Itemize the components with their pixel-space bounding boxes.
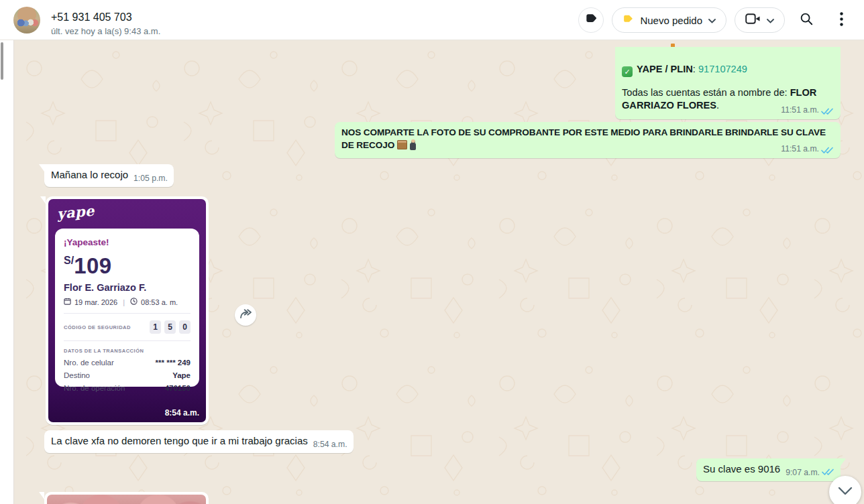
image-message-time: 8:54 a.m.: [165, 408, 199, 418]
receipt-date: 19 mar. 2026: [74, 298, 117, 306]
bubble-tail: [40, 196, 46, 204]
message-clave-reply[interactable]: Su clave es 90169:07 a.m.: [696, 458, 841, 481]
bubble-tail: [39, 492, 44, 499]
message-time: 11:51 a.m.: [781, 143, 819, 154]
chat-list-panel-edge: [0, 40, 14, 504]
transaction-row: Nro. de celular *** *** 249: [64, 359, 191, 367]
receipt-hour: 08:53 a. m.: [141, 298, 178, 306]
chevron-down-icon: [767, 14, 774, 26]
conversation-panel: ✓YAPE / PLIN: 917107249 Todas las cuenta…: [14, 40, 864, 504]
message-text: .: [716, 100, 719, 111]
double-check-icon: [822, 466, 834, 475]
digit-box: 1: [150, 320, 161, 334]
package-emoji: [397, 140, 407, 149]
message-time: 1:05 p.m.: [133, 173, 168, 184]
transaction-data-label: DATOS DE LA TRANSACCIÓN: [64, 348, 191, 354]
receipt-datetime: 19 mar. 2026 | 08:53 a. m.: [64, 298, 191, 306]
tag-icon: [584, 12, 598, 28]
chevron-down-icon: [838, 486, 853, 498]
receipt-recipient: Flor E. Garriazo F.: [64, 282, 191, 293]
contact-info[interactable]: +51 931 405 703 últ. vez hoy a la(s) 9:4…: [51, 11, 160, 36]
row-label: Nro. de celular: [64, 359, 114, 367]
forward-arrows-icon: [239, 308, 252, 322]
search-button[interactable]: [793, 7, 820, 34]
phone-number-link[interactable]: 917107249: [698, 64, 747, 74]
yape-logo: yape: [56, 202, 95, 223]
menu-button[interactable]: [828, 7, 855, 34]
security-code-digits: 1 5 0: [150, 320, 191, 334]
currency-symbol: S/: [64, 255, 74, 266]
chat-header: +51 931 405 703 últ. vez hoy a la(s) 9:4…: [0, 0, 864, 40]
order-status-label: Nuevo pedido: [640, 15, 702, 26]
bubble-tail: [39, 164, 44, 172]
chat-list-scrollbar-thumb[interactable]: [1, 42, 3, 80]
chevron-down-icon: [708, 14, 716, 26]
divider: [64, 340, 191, 341]
flower-photo: [47, 495, 206, 504]
transaction-row: Destino Yape: [64, 371, 191, 379]
last-seen-status: últ. vez hoy a la(s) 9:43 a.m.: [51, 26, 160, 36]
bubble-tail: [841, 458, 846, 466]
search-icon: [799, 11, 814, 29]
amount-value: 109: [74, 253, 112, 278]
message-text: La clave xfa no demoren tengo que ir a m…: [51, 435, 308, 446]
message-time: 11:51 a.m.: [781, 105, 819, 115]
message-text: Todas las cuentas están a nombre de:: [622, 87, 790, 98]
message-text: :: [693, 64, 698, 74]
message-recojo-instructions[interactable]: NOS COMPARTE LA FOTO DE SU COMPROBANTE P…: [335, 122, 841, 158]
contact-phone-title: +51 931 405 703: [51, 11, 160, 24]
row-value: Yape: [172, 371, 191, 379]
video-call-button[interactable]: [735, 7, 785, 33]
labels-button[interactable]: [578, 7, 604, 33]
person-standing-emoji: [410, 139, 416, 150]
security-code-label: CÓDIGO DE SEGURIDAD: [64, 324, 131, 330]
digit-box: 5: [164, 320, 176, 334]
message-clave-request[interactable]: La clave xfa no demoren tengo que ir a m…: [44, 430, 354, 453]
kebab-menu-icon: [840, 12, 843, 29]
message-flower-image[interactable]: [44, 492, 209, 504]
whatsapp-chat-window: +51 931 405 703 últ. vez hoy a la(s) 9:4…: [0, 0, 864, 504]
tag-icon-yellow: [623, 13, 634, 27]
receipt-amount: S/109: [64, 253, 191, 279]
forward-message-button[interactable]: [235, 304, 256, 326]
message-text: Su clave es 9016: [703, 463, 780, 475]
order-status-button[interactable]: Nuevo pedido: [612, 7, 726, 33]
message-manana[interactable]: Mañana lo recojo1:05 p.m.: [44, 164, 174, 187]
double-check-icon: [821, 106, 834, 114]
message-text: YAPE / PLIN: [637, 64, 693, 74]
row-value: 470150: [165, 384, 191, 392]
receipt-title: ¡Yapeaste!: [64, 237, 191, 247]
video-camera-icon: [745, 13, 761, 27]
white-check-green-emoji: ✓: [622, 66, 633, 77]
row-value: *** *** 249: [156, 359, 191, 367]
divider: [64, 313, 191, 314]
security-code-row: CÓDIGO DE SEGURIDAD 1 5 0: [64, 320, 191, 334]
message-yape-info[interactable]: ✓YAPE / PLIN: 917107249 Todas las cuenta…: [615, 47, 841, 119]
message-text: Mañana lo recojo: [51, 169, 128, 180]
message-time: 9:07 a.m.: [786, 467, 820, 478]
header-actions: Nuevo pedido: [578, 0, 855, 40]
double-check-icon: [821, 145, 834, 153]
transaction-row: Nro. de operación 470150: [64, 384, 191, 392]
yape-receipt-image: yape ¡Yapeaste! S/109 Flor E. Garriazo F…: [48, 199, 206, 422]
calendar-icon: [64, 298, 71, 306]
message-receipt-image[interactable]: yape ¡Yapeaste! S/109 Flor E. Garriazo F…: [46, 196, 209, 425]
contact-avatar[interactable]: [13, 7, 40, 34]
separator: |: [121, 298, 127, 306]
message-time: 8:54 a.m.: [313, 439, 347, 450]
row-label: Nro. de operación: [64, 384, 125, 392]
receipt-card: ¡Yapeaste! S/109 Flor E. Garriazo F. 19 …: [55, 229, 199, 387]
digit-box: 0: [179, 320, 191, 334]
row-label: Destino: [64, 371, 90, 379]
clock-icon: [130, 298, 138, 306]
scroll-to-bottom-button[interactable]: [829, 476, 861, 504]
